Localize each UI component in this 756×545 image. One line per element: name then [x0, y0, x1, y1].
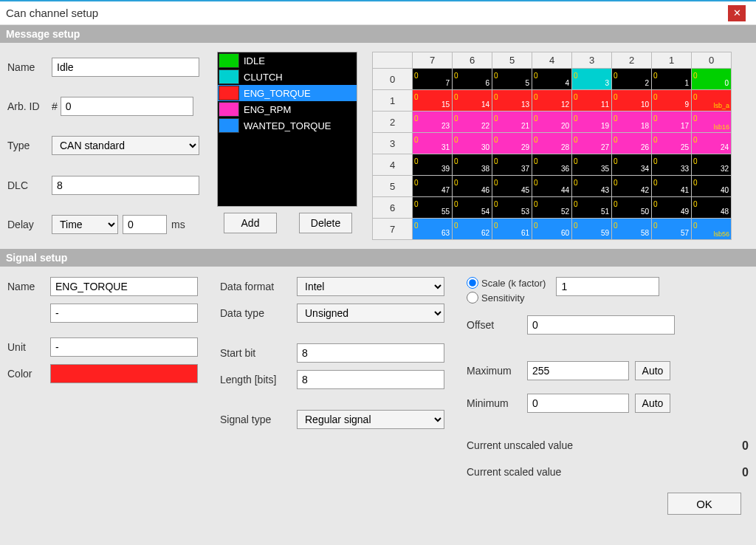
bit-cell[interactable]: 026	[612, 133, 652, 154]
dlc-input[interactable]	[52, 176, 199, 195]
bit-cell[interactable]: 048	[692, 197, 732, 219]
delay-mode-select[interactable]: Time	[52, 215, 118, 234]
bit-cell[interactable]: 056lsb56	[692, 219, 732, 240]
bit-cell[interactable]: 06	[453, 69, 492, 90]
bit-cell[interactable]: 040	[692, 176, 732, 197]
minimum-input[interactable]	[527, 394, 629, 413]
minimum-auto-button[interactable]: Auto	[635, 394, 670, 413]
bit-cell[interactable]: 012	[532, 90, 572, 112]
bit-cell[interactable]: 033	[652, 154, 692, 176]
bit-cell[interactable]: 024	[692, 133, 732, 154]
ok-button[interactable]: OK	[667, 493, 741, 515]
bit-cell[interactable]: 039	[413, 154, 453, 176]
bit-cell[interactable]: 044	[532, 176, 572, 197]
maximum-input[interactable]	[527, 361, 629, 380]
bit-cell[interactable]: 062	[453, 219, 492, 240]
bit-cell[interactable]: 027	[572, 133, 612, 154]
bit-cell[interactable]: 030	[453, 133, 492, 154]
delete-signal-button[interactable]: Delete	[299, 213, 352, 233]
bit-cell[interactable]: 02	[612, 69, 652, 90]
bit-cell[interactable]: 019	[572, 112, 612, 133]
bit-cell[interactable]: 03	[572, 69, 612, 90]
bit-cell[interactable]: 051	[572, 197, 612, 219]
bit-cell[interactable]: 034	[612, 154, 652, 176]
signal-item[interactable]: ENG_RPM	[218, 101, 357, 117]
signal-item[interactable]: ENG_TORQUE	[218, 85, 357, 101]
bit-cell[interactable]: 022	[453, 112, 492, 133]
bit-cell[interactable]: 018	[612, 112, 652, 133]
bit-cell[interactable]: 07	[413, 69, 453, 90]
bit-cell[interactable]: 043	[572, 176, 612, 197]
bit-cell[interactable]: 037	[492, 154, 532, 176]
bit-cell[interactable]: 052	[532, 197, 572, 219]
bit-cell[interactable]: 038	[453, 154, 492, 176]
bit-cell[interactable]: 060	[532, 219, 572, 240]
bit-cell[interactable]: 023	[413, 112, 453, 133]
bit-cell[interactable]: 017	[652, 112, 692, 133]
start-bit-input[interactable]	[297, 343, 444, 363]
window-title: Can channel setup	[6, 7, 728, 19]
data-format-select[interactable]: Intel	[297, 277, 444, 296]
bit-cell[interactable]: 08lsb_a	[692, 90, 732, 112]
bit-cell[interactable]: 049	[652, 197, 692, 219]
bit-cell[interactable]: 055	[413, 197, 453, 219]
bit-cell[interactable]: 061	[492, 219, 532, 240]
add-signal-button[interactable]: Add	[224, 213, 277, 233]
close-button[interactable]: ✕	[728, 5, 746, 21]
bit-cell[interactable]: 013	[492, 90, 532, 112]
bit-cell[interactable]: 021	[492, 112, 532, 133]
signal-listbox[interactable]: IDLECLUTCHENG_TORQUEENG_RPMWANTED_TORQUE	[217, 52, 357, 207]
bit-cell[interactable]: 010	[612, 90, 652, 112]
sensitivity-radio[interactable]	[467, 292, 478, 304]
length-input[interactable]	[297, 370, 444, 389]
bit-cell[interactable]: 045	[492, 176, 532, 197]
current-scaled-label: Current scaled value	[467, 466, 561, 479]
bit-cell[interactable]: 046	[453, 176, 492, 197]
bit-cell[interactable]: 057	[652, 219, 692, 240]
offset-input[interactable]	[527, 315, 675, 335]
delay-value-input[interactable]	[123, 215, 167, 234]
data-type-select[interactable]: Unsigned	[297, 304, 444, 323]
bit-cell[interactable]: 00	[692, 69, 732, 90]
message-name-input[interactable]	[52, 58, 199, 77]
bit-cell[interactable]: 015	[413, 90, 453, 112]
bit-cell[interactable]: 042	[612, 176, 652, 197]
bit-cell[interactable]: 031	[413, 133, 453, 154]
bit-grid[interactable]: 7654321000706050403020100101501401301201…	[372, 52, 732, 240]
bit-cell[interactable]: 035	[572, 154, 612, 176]
bit-cell[interactable]: 05	[492, 69, 532, 90]
bit-cell[interactable]: 029	[492, 133, 532, 154]
bit-cell[interactable]: 025	[652, 133, 692, 154]
bit-cell[interactable]: 054	[453, 197, 492, 219]
scale-value-input[interactable]	[556, 277, 659, 296]
bit-cell[interactable]: 020	[532, 112, 572, 133]
bit-cell[interactable]: 028	[532, 133, 572, 154]
scale-radio[interactable]	[467, 277, 478, 289]
maximum-auto-button[interactable]: Auto	[635, 361, 670, 380]
bit-cell[interactable]: 04	[532, 69, 572, 90]
type-select[interactable]: CAN standard	[52, 136, 199, 155]
bit-cell[interactable]: 032	[692, 154, 732, 176]
bit-cell[interactable]: 053	[492, 197, 532, 219]
signal-item[interactable]: WANTED_TORQUE	[218, 117, 357, 134]
signal-item[interactable]: CLUTCH	[218, 69, 357, 85]
color-picker[interactable]	[50, 364, 198, 383]
bit-cell[interactable]: 050	[612, 197, 652, 219]
bit-cell[interactable]: 016lsb16	[692, 112, 732, 133]
unit-input[interactable]	[50, 337, 198, 357]
signal-item[interactable]: IDLE	[218, 52, 357, 69]
signal-name-input[interactable]	[50, 277, 198, 296]
signal-name2-input[interactable]	[50, 304, 198, 323]
bit-cell[interactable]: 036	[532, 154, 572, 176]
bit-cell[interactable]: 059	[572, 219, 612, 240]
bit-cell[interactable]: 041	[652, 176, 692, 197]
bit-cell[interactable]: 09	[652, 90, 692, 112]
bit-cell[interactable]: 063	[413, 219, 453, 240]
bit-cell[interactable]: 014	[453, 90, 492, 112]
bit-cell[interactable]: 047	[413, 176, 453, 197]
arbid-input[interactable]	[61, 97, 193, 116]
signal-type-select[interactable]: Regular signal	[297, 410, 444, 429]
bit-cell[interactable]: 011	[572, 90, 612, 112]
bit-cell[interactable]: 058	[612, 219, 652, 240]
bit-cell[interactable]: 01	[652, 69, 692, 90]
